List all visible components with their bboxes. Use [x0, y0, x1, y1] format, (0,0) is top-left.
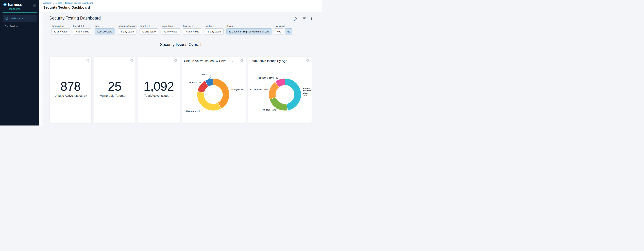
breadcrumb-page-link[interactable]: Security Testing Dashboard: [65, 2, 93, 4]
main: Account: STO test › Security Testing Das…: [39, 0, 322, 125]
filter-exempted: Exempted Yes No: [275, 24, 292, 34]
filter-value-button[interactable]: is any value: [118, 28, 137, 34]
exempted-yes-button[interactable]: Yes: [275, 28, 283, 34]
harness-logo-icon: [2, 2, 7, 7]
kpi-value: 25: [94, 80, 136, 93]
kebab-menu-button[interactable]: [311, 16, 312, 20]
exempted-no-button[interactable]: No: [285, 28, 292, 34]
clear-cache-button[interactable]: [294, 17, 298, 20]
filter-target-type: Target Type is any value: [161, 24, 180, 34]
breadcrumb: Account: STO test › Security Testing Das…: [43, 0, 322, 4]
dashboard-content: Security Testing Dashboard: [39, 12, 322, 125]
sidebar: harness Dashboards Dash: [0, 0, 39, 125]
folder-icon: [5, 25, 8, 28]
slice-label-30-90-days: 30 - 90 days - 146: [250, 88, 268, 91]
chart-total-active-issues-by-age: Total Active Issues By Age less than 7 d…: [248, 56, 312, 123]
breadcrumb-separator: ›: [63, 1, 64, 4]
filter-bar: Organization is any value Project is any…: [52, 24, 322, 34]
filter-scanner: Scanner is any value: [183, 24, 202, 34]
filter-value-button[interactable]: is Critical or High or Medium or Low: [226, 28, 272, 34]
tile-unique-active-issues: 878 Unique Active Issues: [50, 56, 92, 123]
filter-label: Exempted: [275, 25, 285, 27]
slice-label-less-than-7-days: less than 7 days - 80: [257, 76, 278, 79]
filter-value-button[interactable]: is any value: [73, 28, 92, 34]
tile-vulnerable-targets: 25 Vulnerable Targets: [94, 56, 136, 123]
filter-label: Scanner: [183, 25, 191, 27]
kpi-value: 878: [50, 80, 92, 93]
module-label: Dashboards: [7, 7, 39, 10]
slice-label-critical: Critical - 116: [188, 81, 201, 84]
breadcrumb-account-link[interactable]: Account: STO test: [43, 2, 62, 4]
filter-label: Target Type: [161, 25, 173, 27]
dashboards-icon: [5, 17, 8, 20]
filter-label: Organization: [52, 25, 64, 27]
filter-project: Project is any value: [73, 24, 92, 34]
filter-target: Target is any value: [140, 24, 158, 34]
filter-pipeline: Pipeline is any value: [205, 24, 224, 34]
filter-label: Severity: [226, 25, 234, 27]
sidebar-divider: [2, 12, 37, 13]
leader-line: [301, 93, 303, 93]
link-icon: [81, 25, 84, 27]
filter-label: Date: [94, 25, 99, 27]
leader-line: [279, 78, 280, 79]
leader-line: [209, 75, 211, 79]
leader-line: [229, 89, 233, 90]
globe-icon[interactable]: [86, 59, 90, 63]
app: harness Dashboards Dash: [0, 0, 322, 125]
donut-slice[interactable]: [197, 91, 221, 111]
info-icon[interactable]: [84, 95, 87, 97]
slice-label-medium: Medium - 322: [186, 110, 200, 113]
dashboard-panel-title: Security Testing Dashboard: [49, 15, 101, 20]
chart-unique-active-issues-by-severity: Unique Active Issues By Seve... Low - 77…: [182, 56, 246, 123]
globe-icon[interactable]: [306, 59, 310, 63]
filter-label: Target: [140, 25, 146, 27]
section-title: Security Issues Overall: [39, 42, 322, 47]
sidebar-item-label: Dashboards: [10, 17, 24, 20]
filter-value-button[interactable]: Last 90 Days: [94, 28, 115, 34]
sidebar-item-label: Folders: [10, 25, 18, 27]
kpi-label: Vulnerable Targets: [100, 94, 125, 98]
filter-label: Project: [73, 25, 80, 27]
filters-toggle-button[interactable]: [302, 17, 306, 20]
sidebar-item-folders[interactable]: Folders: [3, 23, 36, 29]
globe-icon[interactable]: [240, 59, 244, 63]
globe-icon[interactable]: [130, 59, 134, 63]
kpi-label: Total Active Issues: [144, 94, 169, 98]
filter-value-button[interactable]: is any value: [52, 28, 70, 34]
page-title: Security Testing Dashboard: [43, 5, 322, 9]
cards-row: 878 Unique Active Issues: [50, 56, 322, 123]
filter-value-button[interactable]: is any value: [205, 28, 224, 34]
link-icon: [147, 25, 150, 27]
cursor-dot: [294, 20, 295, 21]
filter-date: Date Last 90 Days: [94, 24, 115, 34]
filter-reference-identifier: Reference Identifier is any value: [118, 24, 137, 34]
sidebar-nav: Dashboards Folders: [0, 15, 39, 29]
filter-label: Reference Identifier: [118, 25, 137, 27]
tile-total-active-issues: 1,092 Total Active Issues: [138, 56, 180, 123]
panel-actions: [294, 16, 312, 20]
apps-grid-icon[interactable]: [33, 4, 36, 7]
link-icon: [192, 25, 195, 27]
brand-wordmark: harness: [8, 2, 22, 7]
info-icon[interactable]: [126, 95, 129, 97]
top-header: Account: STO test › Security Testing Das…: [39, 0, 322, 12]
filter-value-button[interactable]: is any value: [183, 28, 202, 34]
filter-organization: Organization is any value: [52, 24, 70, 34]
kpi-label: Unique Active Issues: [54, 94, 82, 98]
info-icon[interactable]: [170, 95, 173, 97]
slice-label-7-30-days: 7 - 30 days - 173: [259, 108, 276, 111]
slice-label-low: Low - 77: [201, 73, 210, 76]
slice-label-greater-than-90-days: greater than 90 days - 359: [303, 87, 312, 97]
sidebar-item-dashboards[interactable]: Dashboards: [3, 15, 36, 22]
globe-icon[interactable]: [174, 59, 178, 63]
link-icon: [214, 25, 216, 27]
kpi-value: 1,092: [138, 80, 180, 93]
filter-label: Pipeline: [205, 25, 212, 27]
filter-value-button[interactable]: is any value: [161, 28, 180, 34]
donut-slice[interactable]: [285, 78, 301, 111]
filter-value-button[interactable]: is any value: [140, 28, 158, 34]
filter-severity: Severity is Critical or High or Medium o…: [226, 24, 272, 34]
slice-label-high: High - 370: [234, 88, 244, 91]
